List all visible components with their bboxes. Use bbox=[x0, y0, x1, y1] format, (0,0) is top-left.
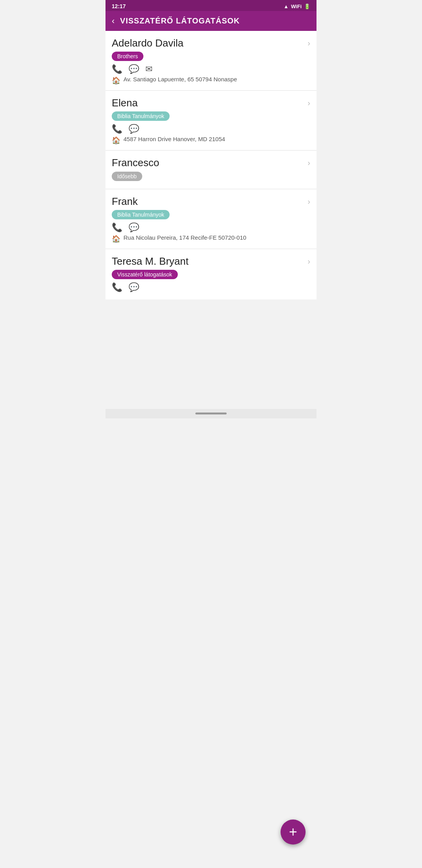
address-text-frank: Rua Nicolau Pereira, 174 Recife-FE 50720… bbox=[123, 234, 246, 241]
contact-item-elena[interactable]: Elena›Biblia Tanulmányok📞💬🏠4587 Harron D… bbox=[106, 91, 316, 151]
contact-name-elena: Elena bbox=[112, 97, 138, 109]
page-title: VISSZATÉRŐ LÁTOGATÁSOK bbox=[120, 16, 240, 25]
phone-icon-adelardo-davila[interactable]: 📞 bbox=[112, 64, 122, 74]
app-bar: ‹ VISSZATÉRŐ LÁTOGATÁSOK bbox=[106, 11, 316, 31]
contact-tag-adelardo-davila: Brothers bbox=[112, 52, 143, 61]
chat-icon-teresa-m-bryant[interactable]: 💬 bbox=[129, 282, 139, 292]
add-contact-button[interactable]: + bbox=[281, 820, 306, 845]
action-row-adelardo-davila: 📞💬✉ bbox=[112, 64, 310, 74]
address-text-adelardo-davila: Av. Santiago Lapuernte, 65 50794 Nonaspe bbox=[123, 76, 237, 82]
chat-icon-elena[interactable]: 💬 bbox=[129, 124, 139, 134]
contact-tag-francesco: Idősebb bbox=[112, 172, 142, 181]
address-row-elena: 🏠4587 Harron Drive Hanover, MD 21054 bbox=[112, 136, 310, 145]
contact-name-teresa-m-bryant: Teresa M. Bryant bbox=[112, 255, 189, 267]
phone-icon-teresa-m-bryant[interactable]: 📞 bbox=[112, 282, 122, 292]
contact-name-frank: Frank bbox=[112, 195, 138, 208]
back-button[interactable]: ‹ bbox=[112, 17, 114, 25]
action-row-teresa-m-bryant: 📞💬 bbox=[112, 282, 310, 292]
wifi-icon: WiFi bbox=[291, 4, 302, 9]
status-bar: 12:17 ▲ WiFi 🔋 bbox=[106, 0, 316, 11]
contact-name-adelardo-davila: Adelardo Davila bbox=[112, 37, 184, 49]
signal-icon: ▲ bbox=[284, 4, 289, 9]
home-icon-adelardo-davila: 🏠 bbox=[112, 76, 120, 85]
home-icon-elena: 🏠 bbox=[112, 136, 120, 145]
chevron-right-icon: › bbox=[308, 39, 310, 48]
contact-list: Adelardo Davila›Brothers📞💬✉🏠Av. Santiago… bbox=[106, 31, 316, 299]
email-icon-adelardo-davila[interactable]: ✉ bbox=[145, 64, 152, 74]
contact-name-francesco: Francesco bbox=[112, 157, 159, 169]
status-time: 12:17 bbox=[112, 3, 126, 9]
contact-item-francesco[interactable]: Francesco›Idősebb bbox=[106, 151, 316, 189]
chevron-right-icon: › bbox=[308, 257, 310, 266]
contact-item-teresa-m-bryant[interactable]: Teresa M. Bryant›Visszatérő látogatások📞… bbox=[106, 249, 316, 299]
home-icon-frank: 🏠 bbox=[112, 235, 120, 243]
chevron-right-icon: › bbox=[308, 158, 310, 167]
chat-icon-frank[interactable]: 💬 bbox=[129, 222, 139, 233]
contact-tag-teresa-m-bryant: Visszatérő látogatások bbox=[112, 270, 178, 279]
phone-icon-frank[interactable]: 📞 bbox=[112, 222, 122, 233]
action-row-elena: 📞💬 bbox=[112, 124, 310, 134]
contact-item-frank[interactable]: Frank›Biblia Tanulmányok📞💬🏠Rua Nicolau P… bbox=[106, 189, 316, 249]
address-row-adelardo-davila: 🏠Av. Santiago Lapuernte, 65 50794 Nonasp… bbox=[112, 76, 310, 85]
contact-tag-frank: Biblia Tanulmányok bbox=[112, 210, 170, 219]
address-row-frank: 🏠Rua Nicolau Pereira, 174 Recife-FE 5072… bbox=[112, 234, 310, 243]
chevron-right-icon: › bbox=[308, 197, 310, 206]
chat-icon-adelardo-davila[interactable]: 💬 bbox=[129, 64, 139, 74]
nav-bar bbox=[106, 409, 316, 418]
empty-area bbox=[106, 299, 316, 409]
action-row-frank: 📞💬 bbox=[112, 222, 310, 233]
contact-item-adelardo-davila[interactable]: Adelardo Davila›Brothers📞💬✉🏠Av. Santiago… bbox=[106, 31, 316, 91]
battery-icon: 🔋 bbox=[304, 4, 310, 9]
address-text-elena: 4587 Harron Drive Hanover, MD 21054 bbox=[123, 136, 225, 142]
chevron-right-icon: › bbox=[308, 99, 310, 108]
nav-pill bbox=[195, 412, 227, 414]
contact-tag-elena: Biblia Tanulmányok bbox=[112, 111, 170, 121]
phone-icon-elena[interactable]: 📞 bbox=[112, 124, 122, 134]
status-icons: ▲ WiFi 🔋 bbox=[284, 4, 310, 9]
